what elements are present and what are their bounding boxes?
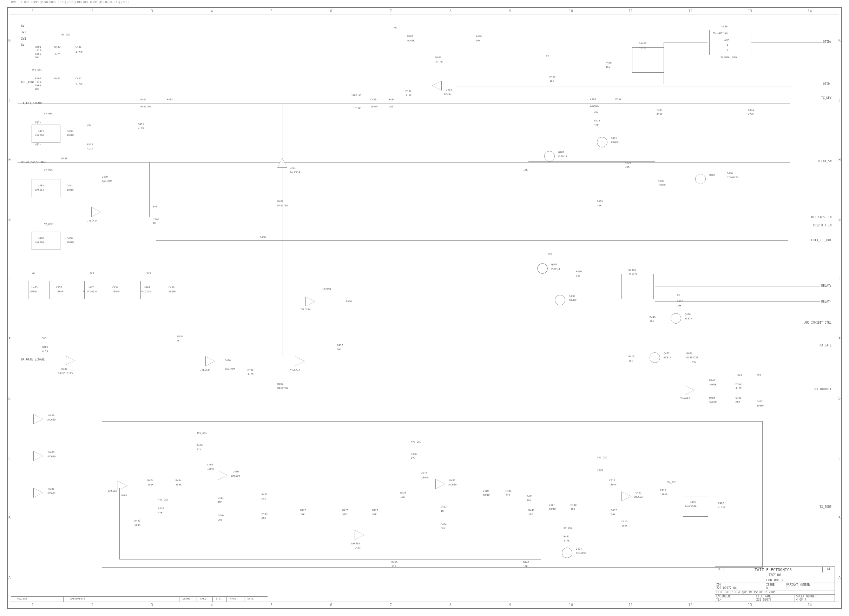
u403b-opamp-icon	[432, 81, 442, 91]
c452-val: 100NF	[56, 290, 64, 293]
port-ch13-ptt-out: CH13_PTT_OUT	[811, 239, 831, 242]
c452-ref: C452	[56, 286, 62, 289]
u404-inv5-icon	[295, 356, 305, 366]
q405-icon	[695, 174, 706, 184]
schematic-page: IPN | A 0PB.00PP.[P…NB.00PP.107…][708][1…	[0, 0, 849, 616]
c407-val: 4.7UF	[76, 82, 83, 85]
u404-inv1-icon	[91, 207, 101, 217]
r407-sub: SN65	[35, 84, 41, 87]
c454-ref: C454	[112, 286, 118, 289]
u400-box	[31, 232, 60, 250]
r431-ref: R431	[54, 77, 60, 80]
d401-val: BAS170W	[140, 105, 151, 108]
label-4v5-osc: 4V5_OSC	[31, 68, 42, 71]
label-6v: 6V	[32, 272, 35, 275]
j400: J400 A1	[351, 94, 362, 97]
c456-val: 100NF	[67, 241, 74, 244]
port-6v: 6V	[21, 25, 25, 28]
r403-ref: R403	[167, 98, 173, 101]
r405-ref: R405	[405, 89, 411, 92]
u404-inv4-icon	[206, 356, 215, 366]
net-delay-sw	[18, 162, 790, 162]
r401-dni: DNI	[35, 56, 40, 59]
q402-icon	[537, 263, 548, 274]
u407-pwr-box	[84, 281, 106, 299]
u403-box	[28, 281, 50, 299]
r430-val: 4.7K	[54, 53, 60, 55]
spare-a-icon	[33, 414, 43, 424]
net-txkey	[18, 104, 790, 104]
label-9v-osc-c: 9V_OSC	[44, 168, 53, 171]
apvd-label: APVD	[230, 597, 236, 600]
port-ch12-ptt: CH12_PTT_IN	[813, 224, 831, 227]
bo-label: B.O.	[216, 597, 222, 600]
top-header-text: IPN | A 0PB.00PP.[P…NB.00PP.107…][708][1…	[10, 1, 129, 4]
c400-ref: C400	[371, 98, 376, 101]
c451-val: 100NF	[67, 189, 74, 191]
u403-ref: U403	[31, 286, 37, 289]
r401-val: -210-	[35, 49, 42, 52]
r451-val: 4.7K	[138, 127, 144, 130]
q404-icon	[562, 548, 572, 558]
amendments-label: AMENDMENTS	[70, 597, 85, 600]
label-9v-osc: 9V_OSC	[61, 33, 70, 36]
port-agl-tone: AGL_TONE	[21, 81, 35, 84]
c456-ref: C456	[67, 237, 73, 240]
q401-npn-icon	[544, 151, 555, 161]
u402-opamp-icon	[621, 491, 631, 501]
u401-part: LMC660	[35, 134, 44, 137]
u402-ref: U402	[38, 184, 44, 187]
q407-icon	[649, 353, 660, 363]
c450-val: 100NF	[67, 134, 74, 137]
rev-iss-label: REV/ISS	[17, 597, 27, 600]
r405-val: 1.8K	[405, 94, 411, 97]
d401-ref: D401	[140, 98, 146, 101]
u403-part: LM397	[30, 290, 37, 293]
port-otid-n: OTID-	[823, 82, 831, 86]
label-3v3: 3V3	[87, 123, 92, 126]
port-otid-p: OTID+	[823, 40, 831, 43]
label-9v-osc-b: 9V_OSC	[44, 112, 53, 115]
port-relay-p: RELAY+	[821, 284, 831, 287]
r457-ref: R457	[87, 143, 93, 146]
r407-dni: DNI	[35, 88, 40, 91]
spare-c-icon	[33, 488, 43, 498]
u407-buf-icon	[65, 356, 75, 365]
r404-val: DNI	[389, 105, 393, 108]
port-delay-sw: DELAY_SW	[818, 160, 831, 163]
label-6v2: 6V	[677, 294, 680, 297]
port-rx-gate: RX_GATE	[819, 344, 831, 347]
ds402-box	[621, 274, 654, 299]
u401-box	[31, 125, 60, 143]
c454-val: 100NF	[112, 290, 120, 293]
port-3v3b: 3V3	[21, 37, 26, 40]
r407-ref: R407	[35, 77, 41, 80]
c451-ref: C451	[67, 184, 73, 187]
net-rxgate	[18, 360, 790, 360]
c407-ref: C407	[76, 77, 82, 80]
port-tx-tone: TX_TONE	[819, 506, 831, 509]
ds400-box	[632, 48, 664, 73]
r457-val: 4.7K	[87, 147, 93, 150]
u404-inv2-icon	[277, 158, 287, 168]
u404-pwr-box	[140, 281, 162, 299]
u400-ref: U400	[38, 237, 44, 240]
c408-val: 100NF	[168, 290, 176, 293]
title-block: ©TAIT ELECTRONICSA1 TB7100 CONTROL_2 IPN…	[715, 567, 835, 602]
u402-part: LMC662	[35, 189, 44, 191]
port-ch13-ctcss: CH13_CTCSS_IN	[809, 216, 831, 219]
u401-ref: U401	[38, 130, 44, 133]
r401-ref: R401	[35, 46, 41, 48]
port-relay-n: RELAY-	[821, 300, 831, 303]
date-label: DATE	[247, 597, 253, 600]
r407-val: -210-	[35, 81, 42, 83]
u400b-opamp-icon	[218, 470, 228, 480]
u404-inv3-icon	[305, 297, 315, 307]
port-rx-inhibit: RX_INHIBIT	[815, 388, 831, 391]
c400-val: 100PF	[371, 105, 378, 108]
label-5v-osc: 5V_OSC	[44, 223, 53, 226]
q401b-npn-icon	[597, 137, 608, 147]
port-tx-key: TX_KEY	[821, 97, 831, 100]
u402-box	[31, 179, 60, 197]
q400b-icon	[555, 295, 565, 305]
